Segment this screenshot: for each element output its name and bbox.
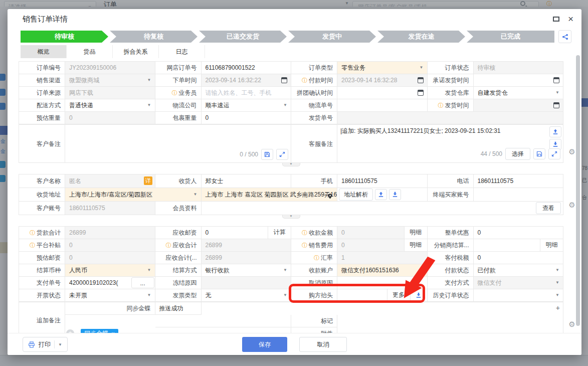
close-icon[interactable]: × bbox=[568, 12, 573, 26]
pay-time-value: 2023-09-14 16:32:28 bbox=[341, 77, 397, 84]
upload-remark-button[interactable] bbox=[549, 126, 561, 137]
save-button[interactable]: 保存 bbox=[242, 337, 287, 352]
sales-channel-select[interactable]: 微盟微商城▼ bbox=[65, 74, 155, 87]
settlement-detail-button[interactable]: 明细 bbox=[540, 239, 563, 251]
sales-expense-input: 0明细 bbox=[337, 239, 428, 252]
customer-remark-label: 客户备注 bbox=[19, 125, 65, 163]
distributor-settlement-cell: 明细 bbox=[474, 239, 564, 252]
chevron-down-icon: ▼ bbox=[147, 264, 151, 276]
tab-goods[interactable]: 货品 bbox=[67, 45, 113, 58]
exchange-rate-label: ⓘ汇率 bbox=[291, 252, 337, 264]
ship-order-no-label: 发货单号 bbox=[291, 112, 337, 124]
tab-split-merge[interactable]: 拆合关系 bbox=[113, 45, 159, 58]
est-postage-label: 预估邮资 bbox=[19, 252, 65, 264]
order-source-label: 订单来源 bbox=[19, 87, 65, 99]
order-info-table: 订单编号 JY202309150006 网店订单号 61106879000152… bbox=[19, 61, 563, 124]
est-weight-input[interactable]: 0 bbox=[65, 112, 155, 124]
order-time-input[interactable]: 2023-09-14 16:32:22 bbox=[202, 74, 292, 87]
calendar-icon bbox=[418, 90, 424, 96]
map-pin-icon[interactable] bbox=[327, 191, 333, 202]
chevron-down-icon: ▼ bbox=[283, 99, 287, 111]
receipt-account-select[interactable]: 微信支付1605151636▼ bbox=[337, 264, 428, 277]
step-in-transit: 发货在途 bbox=[377, 31, 465, 43]
customer-detail-badge[interactable]: 详 bbox=[144, 176, 152, 185]
delivery-method-select[interactable]: 普通快递▼ bbox=[65, 99, 155, 112]
buyer-title-input[interactable]: 更多 bbox=[337, 289, 428, 302]
end-buyer-account-input[interactable] bbox=[474, 188, 564, 202]
history-order-status-select[interactable]: ▼ bbox=[474, 289, 564, 302]
dialog-footer: 打印 ▼ 保存 取消 bbox=[8, 333, 581, 355]
save-remark-button[interactable] bbox=[261, 149, 273, 160]
expand-remark-button[interactable] bbox=[276, 149, 288, 160]
invoice-type-select[interactable]: 无▼ bbox=[202, 289, 292, 302]
address-region-value: 上海市/上海市/嘉定区/菊园新区 bbox=[69, 191, 152, 198]
phone-input[interactable]: 18601110575 bbox=[474, 174, 564, 188]
payment-status-select[interactable]: 已付款▼ bbox=[474, 264, 564, 277]
expand-remark-button[interactable] bbox=[548, 148, 560, 159]
total-receivable2-label: 应收合计(... bbox=[155, 252, 202, 264]
info-icon: ⓘ bbox=[302, 77, 307, 83]
customer-name-input[interactable]: 匿名详 bbox=[65, 174, 155, 188]
invoice-status-select[interactable]: 未开票▼ bbox=[65, 289, 155, 302]
warehouse-select[interactable]: 自建发货仓▼ bbox=[474, 87, 564, 99]
ship-order-no-input[interactable] bbox=[337, 112, 563, 124]
minimize-icon[interactable] bbox=[553, 17, 559, 22]
payment-no-label: 支付单号 bbox=[19, 277, 65, 289]
promise-ship-time-label: 承诺发货时间 bbox=[428, 74, 474, 87]
shop-order-no-input[interactable]: 611068790001522 bbox=[202, 62, 292, 74]
customer-remark-textarea[interactable]: 0 / 500 bbox=[65, 125, 291, 163]
settle-currency-select[interactable]: 人民币▼ bbox=[65, 264, 155, 277]
address-parse-button[interactable]: 地址解析 bbox=[339, 189, 373, 201]
customer-tax-input[interactable]: 0 bbox=[474, 252, 564, 264]
salesman-input[interactable]: 请输入姓名、工号、手机 bbox=[202, 87, 292, 99]
promise-ship-time-input[interactable] bbox=[474, 74, 564, 87]
chevron-down-icon: ▼ bbox=[555, 277, 559, 289]
settle-method-value: 银行收款 bbox=[206, 267, 230, 274]
receipt-detail-button[interactable]: 明细 bbox=[404, 227, 427, 239]
consignee-input[interactable]: 郑女士 bbox=[202, 174, 292, 188]
buyer-title-more-button[interactable]: 更多 bbox=[387, 289, 410, 301]
empty-cell bbox=[155, 315, 292, 327]
upload-address-button[interactable] bbox=[375, 189, 387, 200]
chevron-down-icon: ▼ bbox=[283, 289, 287, 301]
customer-account-input[interactable]: 18601110575 bbox=[65, 202, 155, 215]
pay-time-input[interactable]: 2023-09-14 16:32:28 bbox=[337, 74, 428, 87]
customer-name-label: 客户名称 bbox=[19, 174, 65, 188]
order-no-input[interactable]: JY202309150006 bbox=[65, 62, 155, 74]
ship-time-input[interactable] bbox=[474, 99, 564, 112]
address-region-cascader[interactable]: 上海市/上海市/嘉定区/菊园新区▼ bbox=[65, 188, 202, 202]
tab-overview[interactable]: 概览 bbox=[21, 45, 67, 58]
logistics-company-label: 物流公司 bbox=[155, 99, 202, 112]
settle-method-select[interactable]: 银行收款▼ bbox=[202, 264, 292, 277]
calc-postage-button[interactable]: 计算 bbox=[268, 227, 291, 239]
collapse-section-handle[interactable]: ▼ bbox=[282, 215, 300, 219]
mobile-input[interactable]: 18601110575 bbox=[337, 174, 428, 188]
payment-no-more-button[interactable]: ... bbox=[131, 277, 154, 288]
view-member-button[interactable]: 查看 bbox=[536, 202, 561, 214]
address-detail-input[interactable]: 上海市 上海市 嘉定区 菊园新区 武乡南路259弄16-602 bbox=[202, 188, 338, 202]
collapse-section-handle[interactable]: ▼ bbox=[282, 163, 300, 166]
order-type-select[interactable]: 零售业务▼ bbox=[337, 62, 428, 74]
choose-remark-button[interactable]: 选择 bbox=[505, 148, 530, 160]
calendar-icon bbox=[553, 102, 559, 108]
share-button[interactable] bbox=[558, 30, 571, 43]
groupon-confirm-time-input[interactable] bbox=[337, 87, 428, 99]
tab-log[interactable]: 日志 bbox=[159, 45, 205, 58]
cancel-button[interactable]: 取消 bbox=[299, 337, 347, 352]
logistics-company-select[interactable]: 顺丰速运▼ bbox=[202, 99, 292, 112]
add-append-remark-icon[interactable]: + bbox=[556, 304, 560, 312]
expense-detail-button[interactable]: 明细 bbox=[404, 239, 427, 251]
order-status-label: 订单状态 bbox=[428, 62, 474, 74]
save-remark-button[interactable] bbox=[533, 148, 545, 159]
payment-no-input[interactable]: 42000019102023(... bbox=[65, 277, 155, 289]
dialog-scrollbar[interactable] bbox=[576, 55, 580, 326]
package-weight-input[interactable]: 0 bbox=[202, 112, 292, 124]
order-discount-input[interactable]: 0 bbox=[474, 227, 564, 239]
download-address-button[interactable] bbox=[389, 189, 401, 200]
logistics-no-input[interactable] bbox=[337, 99, 428, 112]
freeze-reason-label: 冻结原因 bbox=[155, 277, 202, 289]
postage-receivable-input[interactable]: 0计算 bbox=[202, 227, 292, 239]
service-remark-textarea[interactable]: |追加: 实际购买人13241117221贝女士; 2023-09-21 15:… bbox=[337, 125, 563, 163]
buyer-title-download-button[interactable] bbox=[410, 289, 427, 301]
payment-status-value: 已付款 bbox=[478, 267, 496, 274]
